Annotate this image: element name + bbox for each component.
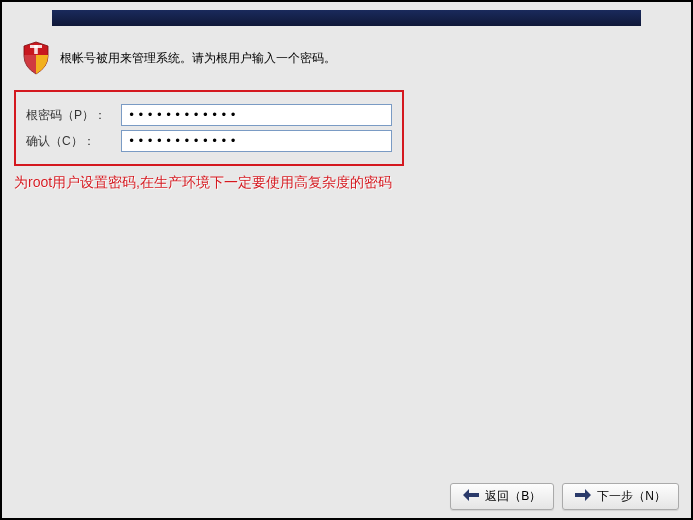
confirm-row: 确认（C）： xyxy=(26,130,392,152)
header-instruction: 根帐号被用来管理系统。请为根用户输入一个密码。 xyxy=(60,50,336,67)
back-label: 返回（B） xyxy=(485,488,541,505)
next-label: 下一步（N） xyxy=(597,488,666,505)
root-password-input[interactable] xyxy=(121,104,392,126)
annotation-text: 为root用户设置密码,在生产环境下一定要使用高复杂度的密码 xyxy=(14,174,691,192)
next-button[interactable]: 下一步（N） xyxy=(562,483,679,510)
shield-icon xyxy=(22,41,50,75)
confirm-password-input[interactable] xyxy=(121,130,392,152)
arrow-right-icon xyxy=(575,489,591,504)
arrow-left-icon xyxy=(463,489,479,504)
header-row: 根帐号被用来管理系统。请为根用户输入一个密码。 xyxy=(2,26,691,85)
confirm-label: 确认（C）： xyxy=(26,133,121,150)
top-banner xyxy=(52,10,641,26)
password-form: 根密码（P）： 确认（C）： xyxy=(14,90,404,166)
back-button[interactable]: 返回（B） xyxy=(450,483,554,510)
password-label: 根密码（P）： xyxy=(26,107,121,124)
password-row: 根密码（P）： xyxy=(26,104,392,126)
svg-rect-1 xyxy=(34,45,38,54)
footer-buttons: 返回（B） 下一步（N） xyxy=(450,483,679,510)
